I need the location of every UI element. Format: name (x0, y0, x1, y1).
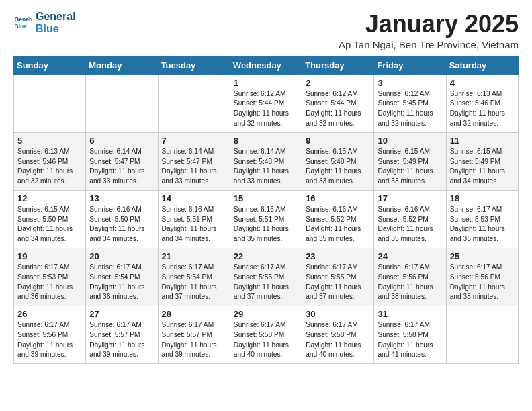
day-of-week-header: Monday (86, 56, 158, 75)
day-number: 12 (17, 193, 82, 203)
calendar-cell: 21Sunrise: 6:17 AM Sunset: 5:54 PM Dayli… (158, 248, 230, 306)
day-number: 19 (17, 251, 82, 261)
day-info: Sunrise: 6:17 AM Sunset: 5:55 PM Dayligh… (234, 263, 298, 302)
day-number: 5 (17, 136, 82, 146)
calendar-cell (86, 75, 158, 132)
calendar-cell: 11Sunrise: 6:15 AM Sunset: 5:49 PM Dayli… (446, 132, 518, 190)
month-title: January 2025 (339, 11, 519, 38)
calendar-cell: 26Sunrise: 6:17 AM Sunset: 5:56 PM Dayli… (14, 306, 86, 364)
calendar-cell (14, 75, 86, 132)
day-number: 31 (378, 309, 442, 319)
calendar-cell: 29Sunrise: 6:17 AM Sunset: 5:58 PM Dayli… (230, 306, 302, 364)
logo: General Blue General Blue (13, 11, 76, 34)
logo-general-text: General (36, 11, 76, 23)
day-info: Sunrise: 6:13 AM Sunset: 5:46 PM Dayligh… (17, 147, 82, 187)
svg-text:General: General (15, 16, 32, 23)
svg-text:Blue: Blue (15, 22, 28, 29)
day-number: 1 (234, 78, 298, 88)
day-number: 7 (162, 136, 226, 146)
day-info: Sunrise: 6:17 AM Sunset: 5:58 PM Dayligh… (234, 320, 298, 360)
day-of-week-header: Sunday (14, 56, 86, 75)
calendar-cell: 30Sunrise: 6:17 AM Sunset: 5:58 PM Dayli… (302, 306, 374, 364)
calendar-cell: 19Sunrise: 6:17 AM Sunset: 5:53 PM Dayli… (14, 248, 86, 306)
calendar-cell: 27Sunrise: 6:17 AM Sunset: 5:57 PM Dayli… (86, 306, 158, 364)
day-info: Sunrise: 6:16 AM Sunset: 5:51 PM Dayligh… (162, 205, 226, 244)
day-info: Sunrise: 6:17 AM Sunset: 5:54 PM Dayligh… (162, 263, 226, 302)
day-number: 9 (306, 136, 370, 146)
day-info: Sunrise: 6:17 AM Sunset: 5:58 PM Dayligh… (306, 320, 370, 360)
day-number: 30 (306, 309, 370, 319)
day-number: 15 (234, 193, 298, 203)
day-info: Sunrise: 6:17 AM Sunset: 5:53 PM Dayligh… (17, 263, 82, 302)
day-info: Sunrise: 6:17 AM Sunset: 5:57 PM Dayligh… (162, 320, 226, 360)
calendar-cell: 9Sunrise: 6:15 AM Sunset: 5:48 PM Daylig… (302, 132, 374, 190)
day-info: Sunrise: 6:16 AM Sunset: 5:52 PM Dayligh… (378, 205, 442, 244)
day-info: Sunrise: 6:16 AM Sunset: 5:50 PM Dayligh… (89, 205, 154, 244)
calendar-week-row: 26Sunrise: 6:17 AM Sunset: 5:56 PM Dayli… (14, 306, 519, 364)
day-number: 21 (162, 251, 226, 261)
calendar-cell: 2Sunrise: 6:12 AM Sunset: 5:44 PM Daylig… (302, 75, 374, 132)
calendar-cell: 13Sunrise: 6:16 AM Sunset: 5:50 PM Dayli… (86, 190, 158, 248)
calendar-cell: 4Sunrise: 6:13 AM Sunset: 5:46 PM Daylig… (446, 75, 518, 132)
day-info: Sunrise: 6:17 AM Sunset: 5:55 PM Dayligh… (306, 263, 370, 302)
day-info: Sunrise: 6:17 AM Sunset: 5:54 PM Dayligh… (89, 263, 154, 302)
calendar-week-row: 19Sunrise: 6:17 AM Sunset: 5:53 PM Dayli… (14, 248, 519, 306)
day-number: 18 (450, 193, 515, 203)
day-info: Sunrise: 6:15 AM Sunset: 5:48 PM Dayligh… (306, 147, 370, 187)
day-number: 28 (162, 309, 226, 319)
calendar-cell: 31Sunrise: 6:17 AM Sunset: 5:58 PM Dayli… (374, 306, 446, 364)
day-of-week-header: Thursday (302, 56, 374, 75)
day-info: Sunrise: 6:17 AM Sunset: 5:56 PM Dayligh… (17, 320, 82, 360)
calendar-week-row: 12Sunrise: 6:15 AM Sunset: 5:50 PM Dayli… (14, 190, 519, 248)
logo-icon: General Blue (13, 13, 32, 32)
day-info: Sunrise: 6:14 AM Sunset: 5:47 PM Dayligh… (89, 147, 154, 187)
day-info: Sunrise: 6:15 AM Sunset: 5:50 PM Dayligh… (17, 205, 82, 244)
calendar-cell: 24Sunrise: 6:17 AM Sunset: 5:56 PM Dayli… (374, 248, 446, 306)
day-number: 25 (450, 251, 515, 261)
day-number: 13 (89, 193, 154, 203)
page-header: General Blue General Blue January 2025 A… (13, 11, 519, 50)
day-info: Sunrise: 6:15 AM Sunset: 5:49 PM Dayligh… (378, 147, 442, 187)
calendar-cell: 6Sunrise: 6:14 AM Sunset: 5:47 PM Daylig… (86, 132, 158, 190)
day-info: Sunrise: 6:14 AM Sunset: 5:47 PM Dayligh… (162, 147, 226, 187)
day-number: 6 (89, 136, 154, 146)
day-number: 24 (378, 251, 442, 261)
day-info: Sunrise: 6:14 AM Sunset: 5:48 PM Dayligh… (234, 147, 298, 187)
day-number: 27 (89, 309, 154, 319)
day-info: Sunrise: 6:17 AM Sunset: 5:53 PM Dayligh… (450, 205, 515, 244)
calendar-cell: 7Sunrise: 6:14 AM Sunset: 5:47 PM Daylig… (158, 132, 230, 190)
day-info: Sunrise: 6:17 AM Sunset: 5:56 PM Dayligh… (450, 263, 515, 302)
calendar-cell: 1Sunrise: 6:12 AM Sunset: 5:44 PM Daylig… (230, 75, 302, 132)
day-of-week-header: Friday (374, 56, 446, 75)
day-info: Sunrise: 6:12 AM Sunset: 5:44 PM Dayligh… (234, 89, 298, 129)
day-number: 11 (450, 136, 515, 146)
calendar-cell (158, 75, 230, 132)
calendar-table: SundayMondayTuesdayWednesdayThursdayFrid… (13, 56, 519, 365)
day-number: 4 (450, 78, 515, 88)
calendar-cell (446, 306, 518, 364)
calendar-cell: 12Sunrise: 6:15 AM Sunset: 5:50 PM Dayli… (14, 190, 86, 248)
calendar-cell: 16Sunrise: 6:16 AM Sunset: 5:52 PM Dayli… (302, 190, 374, 248)
day-number: 8 (234, 136, 298, 146)
day-info: Sunrise: 6:17 AM Sunset: 5:57 PM Dayligh… (89, 320, 154, 360)
calendar-cell: 10Sunrise: 6:15 AM Sunset: 5:49 PM Dayli… (374, 132, 446, 190)
day-info: Sunrise: 6:16 AM Sunset: 5:51 PM Dayligh… (234, 205, 298, 244)
day-number: 29 (234, 309, 298, 319)
calendar-cell: 20Sunrise: 6:17 AM Sunset: 5:54 PM Dayli… (86, 248, 158, 306)
calendar-week-row: 5Sunrise: 6:13 AM Sunset: 5:46 PM Daylig… (14, 132, 519, 190)
day-info: Sunrise: 6:13 AM Sunset: 5:46 PM Dayligh… (450, 89, 515, 129)
day-of-week-header: Wednesday (230, 56, 302, 75)
day-number: 16 (306, 193, 370, 203)
day-info: Sunrise: 6:17 AM Sunset: 5:58 PM Dayligh… (378, 320, 442, 360)
day-info: Sunrise: 6:12 AM Sunset: 5:44 PM Dayligh… (306, 89, 370, 129)
calendar-cell: 18Sunrise: 6:17 AM Sunset: 5:53 PM Dayli… (446, 190, 518, 248)
calendar-cell: 14Sunrise: 6:16 AM Sunset: 5:51 PM Dayli… (158, 190, 230, 248)
calendar-cell: 23Sunrise: 6:17 AM Sunset: 5:55 PM Dayli… (302, 248, 374, 306)
day-of-week-header: Saturday (446, 56, 518, 75)
calendar-cell: 28Sunrise: 6:17 AM Sunset: 5:57 PM Dayli… (158, 306, 230, 364)
calendar-cell: 3Sunrise: 6:12 AM Sunset: 5:45 PM Daylig… (374, 75, 446, 132)
day-number: 2 (306, 78, 370, 88)
calendar-cell: 17Sunrise: 6:16 AM Sunset: 5:52 PM Dayli… (374, 190, 446, 248)
calendar-cell: 22Sunrise: 6:17 AM Sunset: 5:55 PM Dayli… (230, 248, 302, 306)
day-info: Sunrise: 6:12 AM Sunset: 5:45 PM Dayligh… (378, 89, 442, 129)
